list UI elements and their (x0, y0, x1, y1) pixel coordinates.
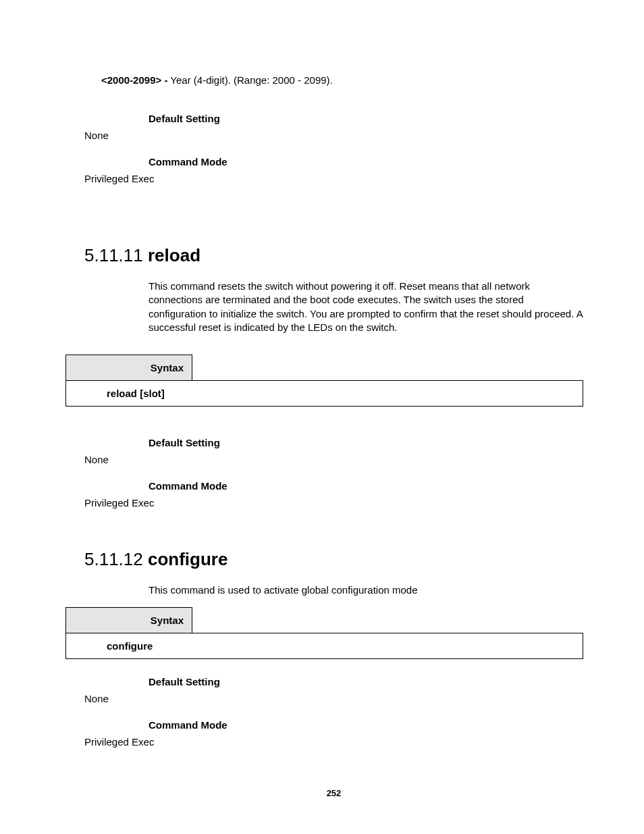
section-heading-configure: 5.11.12 configure (84, 549, 583, 570)
table-row: Syntax (66, 355, 583, 381)
param-name: <2000-2099> - (101, 74, 167, 86)
command-mode-value: Privileged Exec (84, 173, 583, 184)
syntax-table-configure: Syntax configure (65, 607, 583, 659)
section-heading-reload: 5.11.11 reload (84, 245, 583, 266)
default-setting-label: Default Setting (149, 113, 583, 124)
default-setting-value: None (84, 693, 583, 704)
default-setting-label: Default Setting (149, 437, 583, 448)
default-setting-value: None (84, 130, 583, 141)
default-setting-label: Default Setting (149, 676, 583, 687)
command-mode-value: Privileged Exec (84, 736, 583, 748)
empty-cell (192, 608, 583, 633)
section-description: This command is used to activate global … (149, 583, 583, 597)
syntax-header-cell: Syntax (66, 355, 192, 381)
command-mode-label: Command Mode (149, 480, 583, 492)
section-title: reload (148, 245, 200, 265)
syntax-command-cell: configure (66, 633, 583, 659)
section-description: This command resets the switch without p… (149, 280, 583, 334)
syntax-header-cell: Syntax (66, 608, 192, 633)
empty-cell (192, 355, 583, 381)
command-mode-value: Privileged Exec (84, 497, 583, 509)
default-setting-value: None (84, 454, 583, 465)
table-row: configure (66, 633, 583, 659)
table-row: reload [slot] (66, 381, 583, 407)
table-row: Syntax (66, 608, 583, 633)
document-page: <2000-2099> - Year (4-digit). (Range: 20… (0, 0, 644, 834)
syntax-command-cell: reload [slot] (66, 381, 583, 407)
page-number: 252 (84, 788, 583, 798)
syntax-table-reload: Syntax reload [slot] (65, 355, 583, 407)
parameter-line: <2000-2099> - Year (4-digit). (Range: 20… (84, 74, 583, 86)
command-mode-label: Command Mode (149, 156, 583, 167)
section-number: 5.11.11 (84, 245, 148, 265)
command-mode-label: Command Mode (149, 719, 583, 731)
param-desc: Year (4-digit). (Range: 2000 - 2099). (167, 74, 332, 86)
section-number: 5.11.12 (84, 549, 148, 569)
section-title: configure (148, 549, 227, 569)
